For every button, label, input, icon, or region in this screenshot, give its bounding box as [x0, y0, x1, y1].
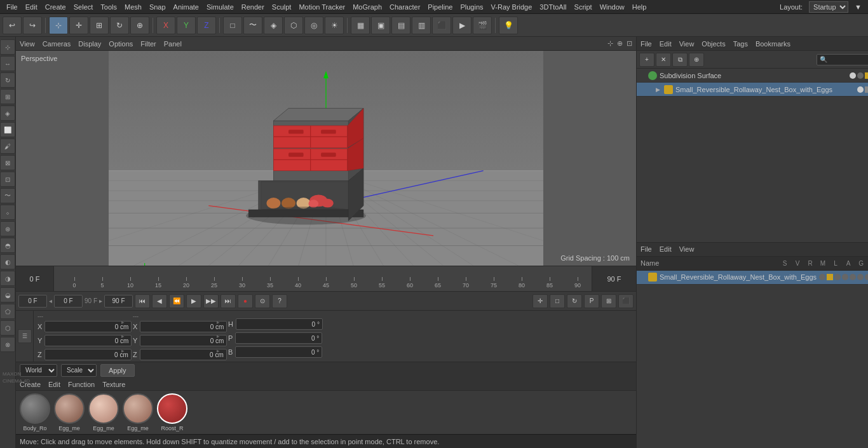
- obj-menu-tags[interactable]: Tags: [733, 40, 748, 48]
- obj-new-btn[interactable]: +: [639, 53, 654, 67]
- axis-x-button[interactable]: X: [156, 17, 175, 34]
- playback-start-frame[interactable]: [18, 295, 47, 308]
- menu-3dtoall[interactable]: 3DTtoAll: [536, 2, 570, 12]
- obj-color-square[interactable]: [865, 72, 868, 79]
- material-item-egg3[interactable]: Egg_me: [123, 393, 153, 431]
- box-tool-button[interactable]: □: [223, 17, 242, 34]
- viewport-2-button[interactable]: ▣: [371, 17, 390, 34]
- lt-flatten-btn[interactable]: ⬠: [0, 304, 15, 319]
- lt-curve-btn[interactable]: 〜: [0, 188, 15, 203]
- lt-model-btn[interactable]: ◈: [0, 105, 15, 121]
- mograph-tool-button[interactable]: ⬡: [284, 17, 303, 34]
- attr-menu-edit[interactable]: Edit: [660, 245, 672, 253]
- viewport-menu-filter[interactable]: Filter: [140, 40, 156, 48]
- move-tool-pb[interactable]: ✛: [532, 294, 548, 308]
- lt-move-btn[interactable]: ↔: [0, 56, 15, 71]
- obj-menu-file[interactable]: File: [641, 40, 652, 48]
- render-to-picture-button[interactable]: 🎬: [473, 17, 492, 34]
- render-region-button[interactable]: ⬛: [432, 17, 451, 34]
- play-back-button[interactable]: ⏪: [169, 294, 184, 308]
- menu-simulate[interactable]: Simulate: [203, 2, 238, 12]
- redo-button[interactable]: ↪: [23, 17, 42, 34]
- play-forward-button[interactable]: ▶: [186, 294, 201, 308]
- move-tool-button[interactable]: ✛: [69, 17, 88, 34]
- viewport-3-button[interactable]: ▤: [391, 17, 410, 34]
- material-item-egg2[interactable]: Egg_me: [88, 393, 119, 431]
- rotate-tool-button[interactable]: ↻: [110, 17, 129, 34]
- go-end-button[interactable]: ⏭: [220, 294, 236, 308]
- transform-button[interactable]: ⊕: [130, 17, 149, 34]
- attr-dot-1[interactable]: [819, 274, 825, 280]
- lt-snap-btn[interactable]: ⊡: [0, 172, 15, 187]
- menu-script[interactable]: Script: [571, 2, 596, 12]
- coord-icon-1[interactable]: ☰: [18, 329, 32, 343]
- viewport-icon-3[interactable]: ⊡: [627, 39, 632, 48]
- menu-sculpt[interactable]: Sculpt: [268, 2, 295, 12]
- obj-visible-dot-nb[interactable]: [857, 86, 864, 93]
- lt-paint-btn[interactable]: 🖌: [0, 139, 15, 154]
- menu-render[interactable]: Render: [238, 2, 268, 12]
- axis-z-button[interactable]: Z: [197, 17, 216, 34]
- viewport-menu-display[interactable]: Display: [78, 40, 101, 48]
- timeline-frame-current[interactable]: 0 F: [16, 266, 54, 292]
- obj-visible-dot[interactable]: [850, 72, 856, 79]
- obj-item-subdivision[interactable]: Subdivision Surface: [637, 69, 868, 83]
- obj-paste-btn[interactable]: ⊕: [689, 53, 704, 67]
- axis-y-button[interactable]: Y: [177, 17, 196, 34]
- scale-tool-button[interactable]: ⊞: [90, 17, 109, 34]
- menu-animate[interactable]: Animate: [170, 2, 203, 12]
- playback-total-frame[interactable]: [104, 295, 133, 308]
- lt-scale-btn[interactable]: ⊞: [0, 89, 15, 104]
- render-active-button[interactable]: ▶: [452, 17, 471, 34]
- viewport-menu-options[interactable]: Options: [109, 40, 133, 48]
- step-back-button[interactable]: ◀: [152, 294, 167, 308]
- timeline-frame-end[interactable]: 90 F: [592, 266, 636, 292]
- material-item-egg1[interactable]: Egg_me: [54, 393, 85, 431]
- material-item-roost[interactable]: Roost_R: [157, 393, 187, 431]
- step-forward-button[interactable]: ▶▶: [203, 294, 219, 308]
- attr-dot-2[interactable]: [834, 274, 841, 280]
- attr-dot-5[interactable]: [857, 274, 864, 280]
- material-menu-edit[interactable]: Edit: [48, 381, 60, 388]
- viewport-icon-2[interactable]: ⊕: [617, 39, 623, 48]
- menu-character[interactable]: Character: [386, 2, 424, 12]
- lt-wax-btn[interactable]: ⬡: [0, 320, 15, 336]
- menu-create[interactable]: Create: [41, 2, 70, 12]
- timeline-ruler[interactable]: 0 5 10 15 20 25 30 35 40 45 50 55 60 65 …: [54, 266, 592, 291]
- viewport-icon-1[interactable]: ⊹: [607, 39, 613, 48]
- menu-pipeline[interactable]: Pipeline: [424, 2, 456, 12]
- obj-menu-view[interactable]: View: [679, 40, 695, 48]
- menu-mesh[interactable]: Mesh: [121, 2, 146, 12]
- menu-window[interactable]: Window: [596, 2, 628, 12]
- attr-dot-4[interactable]: [850, 274, 856, 280]
- go-start-button[interactable]: ⏮: [135, 294, 150, 308]
- playback-end-frame-input[interactable]: [54, 295, 83, 308]
- obj-menu-bookmarks[interactable]: Bookmarks: [756, 40, 790, 48]
- lt-brush-btn[interactable]: ◐: [0, 254, 15, 269]
- autokey-button[interactable]: ⊙: [255, 294, 270, 308]
- viewport-menu-panel[interactable]: Panel: [164, 40, 182, 48]
- attr-menu-view[interactable]: View: [679, 245, 695, 253]
- menu-plugins[interactable]: Plugins: [456, 2, 487, 12]
- lt-smooth-btn[interactable]: ◒: [0, 287, 15, 302]
- snap-tool-pb[interactable]: □: [550, 294, 565, 308]
- keybtn-button[interactable]: ?: [272, 294, 287, 308]
- viewport-1-button[interactable]: ▦: [351, 17, 370, 34]
- select-tool-button[interactable]: ⊹: [49, 17, 68, 34]
- spline-tool-button[interactable]: 〜: [243, 17, 262, 34]
- attr-dot-3[interactable]: [842, 274, 848, 280]
- obj-menu-edit[interactable]: Edit: [660, 40, 672, 48]
- material-item-body[interactable]: Body_Ro: [20, 393, 50, 431]
- lt-rotate-btn[interactable]: ↻: [0, 72, 15, 88]
- menu-select[interactable]: Select: [70, 2, 97, 12]
- attr-item-nestbox[interactable]: Small_Reversible_Rollaway_Nest_Box_with_…: [637, 271, 868, 285]
- obj-item-nestbox[interactable]: ▶ Small_Reversible_Rollaway_Nest_Box_wit…: [637, 83, 868, 97]
- lt-grab-btn[interactable]: ◑: [0, 271, 15, 286]
- undo-button[interactable]: ↩: [3, 17, 22, 34]
- obj-menu-objects[interactable]: Objects: [702, 40, 725, 48]
- camera-tool-button[interactable]: ◎: [304, 17, 323, 34]
- menu-tools[interactable]: Tools: [97, 2, 121, 12]
- menu-mograph[interactable]: MoGraph: [349, 2, 386, 12]
- frame-tool-pb[interactable]: ⬛: [618, 294, 634, 308]
- material-menu-function[interactable]: Function: [68, 381, 95, 388]
